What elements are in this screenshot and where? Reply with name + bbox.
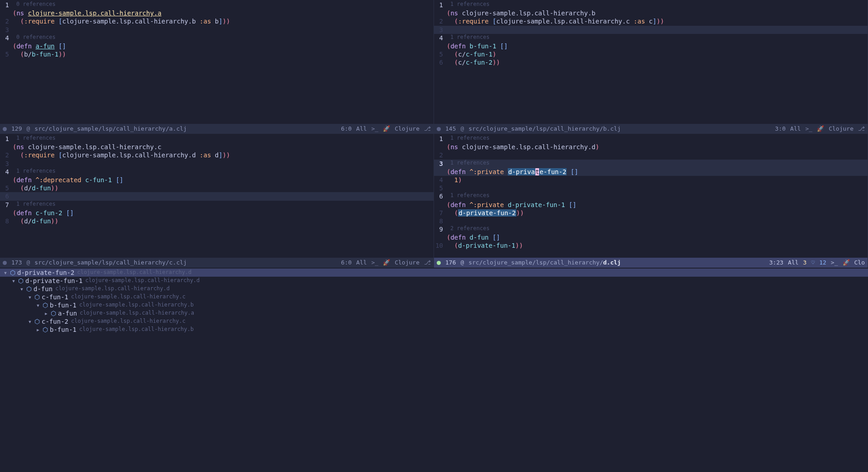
code-line[interactable]: (defn ^:deprecated c-fun-1 []	[0, 176, 434, 184]
tree-item-name: c-fun-1	[42, 293, 68, 301]
code-area[interactable]: 11 references(ns clojure-sample.lsp.call…	[434, 0, 868, 124]
code-line[interactable]: (defn ^:private d-private-fun-2 []	[434, 168, 868, 176]
code-line[interactable]: 8	[434, 217, 868, 225]
code-lens[interactable]: 31 references	[434, 160, 868, 168]
code-line[interactable]: (defn a-fun []	[0, 42, 434, 50]
function-icon: ⬡	[34, 293, 40, 301]
code-line[interactable]: 2 (:require [clojure-sample.lsp.call-hie…	[0, 151, 434, 159]
tree-expand-icon[interactable]: ▾	[3, 269, 8, 277]
branch-icon[interactable]: ⎇	[858, 125, 865, 133]
code-lens[interactable]: 11 references	[434, 135, 868, 143]
code-lens[interactable]: 40 references	[0, 34, 434, 42]
code-lens[interactable]: 10 references	[0, 1, 434, 9]
tree-item[interactable]: ▾⬡c-fun-1clojure-sample.lsp.call-hierarc…	[0, 293, 868, 301]
branch-icon[interactable]: ⎇	[424, 125, 431, 133]
pane-bottom-right[interactable]: 11 references(ns clojure-sample.lsp.call…	[434, 134, 868, 268]
tree-item-name: b-fun-1	[50, 301, 76, 309]
code-line[interactable]: (ns clojure-sample.lsp.call-hierarchy.a	[0, 9, 434, 17]
statusbar[interactable]: 129 @ src/clojure_sample/lsp/call_hierar…	[0, 124, 434, 134]
tree-expand-icon[interactable]: ▾	[27, 293, 33, 301]
code-lens[interactable]: 71 references	[0, 201, 434, 209]
code-line[interactable]: (defn b-fun-1 []	[434, 42, 868, 50]
tree-expand-icon[interactable]: ▸	[43, 309, 49, 317]
code-line[interactable]: 5 (d/d-fun))	[0, 184, 434, 192]
code-lens[interactable]: 11 references	[0, 135, 434, 143]
tree-item-namespace: clojure-sample.lsp.call-hierarchy.d	[55, 285, 170, 293]
tree-expand-icon[interactable]: ▾	[11, 277, 16, 285]
statusbar-active[interactable]: 176 @ src/clojure_sample/lsp/call_hierar…	[434, 258, 868, 268]
status-dot-icon	[3, 261, 7, 265]
code-line[interactable]: 2 (:require [clojure-sample.lsp.call-hie…	[0, 17, 434, 25]
function-icon: ⬡	[43, 326, 48, 334]
code-lens[interactable]: 92 references	[434, 225, 868, 233]
code-line[interactable]: 3	[0, 26, 434, 34]
tree-item[interactable]: ▾⬡d-private-fun-1clojure-sample.lsp.call…	[0, 277, 868, 285]
tree-item-name: c-fun-2	[42, 317, 68, 326]
code-line[interactable]: 7 (d-private-fun-2))	[434, 209, 868, 217]
line-count: 176	[445, 259, 456, 267]
terminal-icon[interactable]: >_	[831, 259, 838, 267]
view-percent: All	[356, 125, 367, 133]
tree-expand-icon[interactable]: ▸	[35, 326, 41, 334]
tree-expand-icon[interactable]: ▾	[35, 301, 41, 309]
pane-bottom-left[interactable]: 11 references(ns clojure-sample.lsp.call…	[0, 134, 434, 268]
code-lens[interactable]: 41 references	[434, 34, 868, 42]
code-line[interactable]: 3	[434, 26, 868, 34]
terminal-icon[interactable]: >_	[372, 125, 379, 133]
code-line[interactable]: (defn c-fun-2 []	[0, 209, 434, 217]
code-area[interactable]: 11 references(ns clojure-sample.lsp.call…	[434, 134, 868, 258]
tree-expand-icon[interactable]: ▾	[19, 285, 24, 293]
code-lens[interactable]: 61 references	[434, 192, 868, 200]
code-line[interactable]: 5	[434, 184, 868, 192]
pane-top-left[interactable]: 10 references(ns clojure-sample.lsp.call…	[0, 0, 434, 134]
code-line[interactable]: (ns clojure-sample.lsp.call-hierarchy.d)	[434, 143, 868, 151]
language-mode: Clojure	[395, 259, 420, 267]
pane-top-right[interactable]: 11 references(ns clojure-sample.lsp.call…	[434, 0, 868, 134]
code-line[interactable]: 6	[0, 192, 434, 200]
call-hierarchy-tree[interactable]: ▾⬡d-private-fun-2clojure-sample.lsp.call…	[0, 268, 868, 472]
code-line[interactable]: (ns clojure-sample.lsp.call-hierarchy.c	[0, 143, 434, 151]
tree-item[interactable]: ▾⬡c-fun-2clojure-sample.lsp.call-hierarc…	[0, 317, 868, 326]
code-line[interactable]: 5 (b/b-fun-1))	[0, 50, 434, 58]
rocket-icon[interactable]: 🚀	[383, 259, 390, 267]
code-area[interactable]: 11 references(ns clojure-sample.lsp.call…	[0, 134, 434, 258]
code-line[interactable]: (ns clojure-sample.lsp.call-hierarchy.b	[434, 9, 868, 17]
code-line[interactable]: 2 (:require [clojure-sample.lsp.call-hie…	[434, 17, 868, 25]
tree-item-name: d-private-fun-1	[25, 277, 82, 285]
tree-item[interactable]: ▾⬡b-fun-1clojure-sample.lsp.call-hierarc…	[0, 301, 868, 309]
code-line[interactable]: 3	[0, 160, 434, 168]
code-line[interactable]: 2	[434, 151, 868, 159]
rocket-icon[interactable]: 🚀	[817, 125, 824, 133]
code-line[interactable]: (defn ^:private d-private-fun-1 []	[434, 201, 868, 209]
tree-expand-icon[interactable]: ▾	[27, 317, 33, 326]
tree-item-namespace: clojure-sample.lsp.call-hierarchy.d	[85, 277, 200, 284]
function-icon: ⬡	[10, 269, 15, 277]
code-area[interactable]: 10 references(ns clojure-sample.lsp.call…	[0, 0, 434, 124]
code-line[interactable]: 10 (d-private-fun-1))	[434, 241, 868, 250]
code-line[interactable]: 8 (d/d-fun))	[0, 217, 434, 225]
bulb-icon[interactable]: ♡	[811, 259, 815, 267]
file-path: src/clojure_sample/lsp/call_hierarchy/a.…	[34, 125, 187, 133]
code-line[interactable]: 5 (c/c-fun-1)	[434, 50, 868, 58]
view-percent: All	[788, 259, 798, 267]
tree-item[interactable]: ▸⬡a-funclojure-sample.lsp.call-hierarchy…	[0, 309, 868, 317]
tree-item[interactable]: ▸⬡b-fun-1clojure-sample.lsp.call-hierarc…	[0, 326, 868, 334]
tree-item[interactable]: ▾⬡d-funclojure-sample.lsp.call-hierarchy…	[0, 285, 868, 293]
tree-item-namespace: clojure-sample.lsp.call-hierarchy.d	[77, 269, 191, 276]
code-line[interactable]: 4 1)	[434, 176, 868, 184]
tree-item-namespace: clojure-sample.lsp.call-hierarchy.a	[80, 310, 194, 317]
statusbar[interactable]: 145 @ src/clojure_sample/lsp/call_hierar…	[434, 124, 868, 134]
rocket-icon[interactable]: 🚀	[383, 125, 390, 133]
branch-icon[interactable]: ⎇	[424, 259, 431, 267]
terminal-icon[interactable]: >_	[372, 259, 379, 267]
diagnostics-count[interactable]: 3	[803, 259, 807, 267]
code-line[interactable]: 6 (c/c-fun-2))	[434, 58, 868, 66]
statusbar[interactable]: 173 @ src/clojure_sample/lsp/call_hierar…	[0, 258, 434, 268]
terminal-icon[interactable]: >_	[806, 125, 813, 133]
rocket-icon[interactable]: 🚀	[843, 259, 850, 267]
code-lens[interactable]: 41 references	[0, 168, 434, 176]
code-line[interactable]: (defn d-fun []	[434, 233, 868, 241]
language-mode: Clo	[854, 259, 865, 267]
code-lens[interactable]: 11 references	[434, 1, 868, 9]
tree-item[interactable]: ▾⬡d-private-fun-2clojure-sample.lsp.call…	[0, 269, 868, 277]
